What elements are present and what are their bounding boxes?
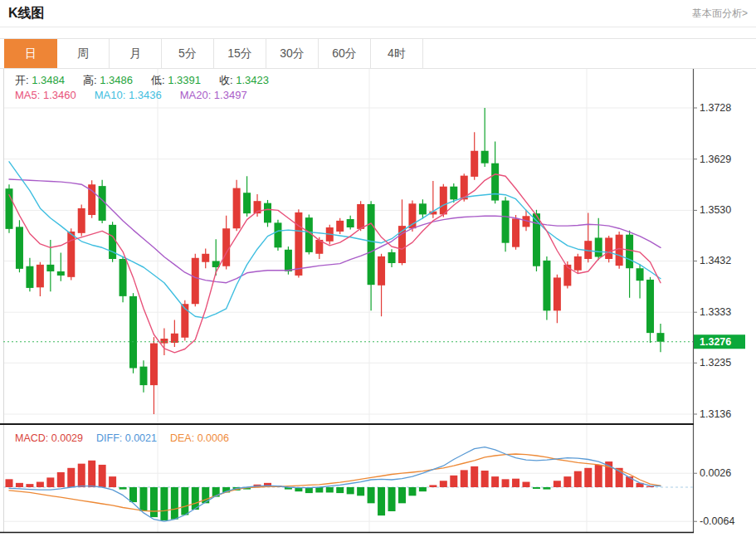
- page-title: K线图: [8, 5, 45, 22]
- candle-body: [67, 232, 75, 277]
- candle-body: [419, 203, 427, 214]
- tab-m60[interactable]: 60分: [319, 39, 371, 68]
- svg-text:1.3530: 1.3530: [700, 204, 731, 216]
- tab-m15[interactable]: 15分: [214, 39, 266, 68]
- svg-text:1.3629: 1.3629: [700, 154, 731, 165]
- candle-body: [616, 235, 623, 266]
- svg-text:-0.0064: -0.0064: [700, 515, 734, 527]
- ma20-line: [9, 179, 661, 283]
- kline-chart: 1.37281.36291.35301.34321.33331.32351.31…: [0, 69, 756, 536]
- candle-body: [119, 259, 127, 296]
- candle-body: [378, 256, 385, 286]
- candle-body: [109, 225, 116, 259]
- candle-body: [57, 271, 65, 276]
- candle-body: [243, 193, 251, 213]
- candle-body: [285, 250, 292, 271]
- candle-body: [264, 203, 271, 223]
- candle-body: [491, 164, 499, 201]
- candle-body: [481, 151, 489, 164]
- candle-body: [471, 151, 478, 177]
- timeframe-tab-bar: 日周月5分15分30分60分4时: [0, 38, 756, 69]
- price-axis-labels: 1.37281.36291.35301.34321.33331.32351.31…: [693, 102, 731, 420]
- candle-body: [233, 188, 241, 229]
- candle-body: [192, 258, 199, 304]
- candle-body: [37, 265, 44, 287]
- tab-m5[interactable]: 5分: [162, 39, 214, 68]
- fundamental-analysis-link[interactable]: 基本面分析>: [692, 7, 748, 21]
- tab-h4[interactable]: 4时: [371, 39, 423, 68]
- kline-chart-canvas[interactable]: 1.37281.36291.35301.34321.33331.32351.31…: [0, 69, 756, 536]
- diff-line: [9, 447, 661, 522]
- tab-month[interactable]: 月: [110, 39, 162, 68]
- candle-body: [502, 201, 510, 243]
- candle-body: [554, 277, 561, 310]
- candle-body: [139, 367, 147, 385]
- candle-body: [637, 268, 644, 281]
- macd-axis-labels: 0.0026-0.0064: [693, 467, 734, 527]
- candle-body: [543, 261, 550, 310]
- dea-line: [9, 454, 661, 511]
- ma10-line: [9, 162, 661, 318]
- candle-body: [160, 339, 168, 344]
- tab-m30[interactable]: 30分: [266, 39, 319, 68]
- svg-text:1.3728: 1.3728: [700, 102, 731, 114]
- candle-body: [16, 227, 23, 268]
- candle-body: [26, 266, 33, 288]
- candle-body: [129, 296, 137, 369]
- svg-text:1.3333: 1.3333: [700, 306, 731, 318]
- tab-week[interactable]: 周: [57, 39, 110, 68]
- candle-body: [46, 265, 54, 271]
- candle-body: [357, 204, 364, 229]
- candle-body: [574, 256, 582, 271]
- svg-text:1.3276: 1.3276: [700, 336, 731, 348]
- candle-body: [595, 237, 602, 256]
- candle-body: [295, 212, 302, 276]
- candle-body: [274, 222, 281, 247]
- ma5-line: [9, 174, 661, 353]
- candle-body: [626, 235, 633, 269]
- candle-body: [440, 187, 447, 215]
- candle-body: [605, 237, 612, 259]
- tab-day[interactable]: 日: [4, 39, 57, 68]
- svg-text:1.3235: 1.3235: [700, 357, 731, 369]
- svg-text:1.3136: 1.3136: [700, 408, 731, 420]
- current-price-tag: 1.3276: [694, 334, 745, 349]
- candle-body: [388, 252, 396, 263]
- candle-body: [336, 221, 344, 232]
- macd-histogram: [6, 461, 655, 520]
- page-header: K线图 基本面分析>: [0, 0, 756, 27]
- candle-body: [512, 218, 519, 247]
- candle-body: [150, 344, 158, 385]
- candle-body: [347, 219, 354, 227]
- candle-body: [222, 228, 230, 266]
- svg-text:1.3432: 1.3432: [700, 255, 731, 266]
- candle-body: [656, 333, 664, 342]
- svg-text:0.0026: 0.0026: [700, 467, 731, 479]
- candle-body: [450, 187, 457, 200]
- candle-body: [646, 280, 654, 333]
- candle-body: [368, 204, 375, 285]
- candle-body: [78, 208, 85, 233]
- candle-body: [202, 254, 209, 262]
